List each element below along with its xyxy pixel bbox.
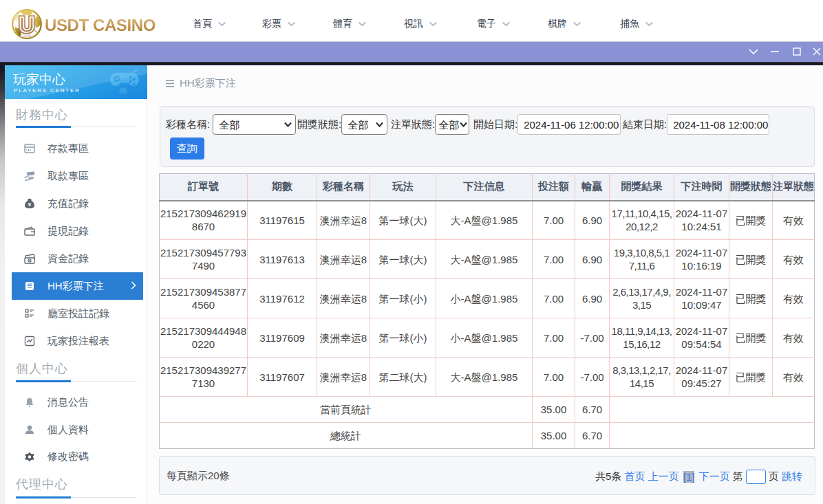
svg-text:¥: ¥ [28, 201, 32, 208]
svg-text:Casino: Casino [20, 34, 34, 38]
